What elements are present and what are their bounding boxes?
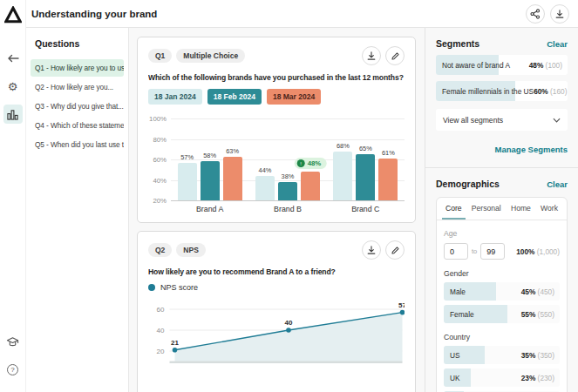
left-icon-rail: ⚙ ? [0, 0, 26, 392]
age-from-input[interactable] [444, 243, 468, 260]
card-tag-multiple-choice: Multiple Choice [176, 49, 245, 63]
row-value: 45% (450) [521, 287, 554, 296]
results-main: Q1Multiple Choice Which of the following… [129, 28, 425, 392]
settings-gear-icon[interactable]: ⚙ [3, 77, 23, 96]
bar-brand-b-18-jan-2024[interactable]: 44% [255, 176, 275, 200]
bar-value-label: 57% [180, 153, 194, 161]
panel-divider [425, 167, 578, 168]
y-tick-label: 20 [157, 348, 165, 355]
bar-chart-legend: 18 Jan 202418 Feb 202418 Mar 2024 [148, 89, 405, 105]
download-report-button[interactable] [550, 4, 569, 24]
tab-personal[interactable]: Personal [468, 198, 505, 220]
filters-panel: Segments Clear Not aware of brand A48% (… [425, 28, 578, 392]
question-item-q4[interactable]: Q4 - Which of these stateme... [31, 117, 124, 134]
nps-legend-label: NPS score [160, 283, 198, 292]
bar-brand-b-18-mar-2024[interactable]: ↑48% [301, 172, 320, 200]
back-icon[interactable] [3, 49, 23, 68]
row-label: UK [450, 374, 460, 382]
question-item-q3[interactable]: Q3 - Why did you give that... [31, 98, 124, 115]
demographics-clear-button[interactable]: Clear [547, 179, 568, 189]
bar-brand-c-18-mar-2024[interactable]: 61% [378, 159, 398, 200]
help-icon[interactable]: ? [3, 360, 23, 379]
top-header: Understanding your brand [26, 0, 578, 28]
y-tick-label: 60% [153, 156, 167, 164]
row-label: Female [450, 310, 474, 319]
bar-value-label: 44% [259, 166, 272, 174]
legend-pill-18-feb-2024[interactable]: 18 Feb 2024 [207, 89, 262, 105]
row-value: 48% (100) [529, 61, 562, 70]
question-card-q1: Q1Multiple Choice Which of the following… [137, 37, 416, 223]
app-root: ⚙ ? Understanding your brand [0, 0, 578, 392]
category-label-brand-a: Brand A [171, 205, 248, 213]
row-value: 55% (550) [521, 310, 554, 319]
legend-pill-18-jan-2024[interactable]: 18 Jan 2024 [148, 89, 202, 105]
y-tick-label: 100% [149, 115, 167, 123]
question-title: How likely are you to recommend Brand A … [148, 267, 405, 276]
x-axis-line [170, 362, 403, 364]
filter-row-female-millennials-in-the-us[interactable]: Female millennials in the US60% (160) [436, 81, 568, 101]
filter-row-female[interactable]: Female55% (550) [444, 305, 560, 323]
bar-value-label: 68% [337, 142, 350, 150]
view-all-segments-dropdown[interactable]: View all segments [436, 109, 568, 131]
bar-value-label: 65% [359, 145, 372, 152]
edit-chart-button[interactable] [385, 46, 405, 65]
point-value-label: 40 [285, 319, 293, 327]
download-chart-button[interactable] [362, 46, 381, 65]
edit-pencil-icon [391, 51, 400, 61]
question-item-q5[interactable]: Q5 - When did you last use t... [31, 136, 124, 153]
row-label: Female millennials in the US [442, 87, 534, 96]
questions-sidebar: Questions Q1 - How likely are you to use… [26, 28, 129, 392]
results-chart-icon[interactable] [3, 105, 23, 124]
age-label: Age [444, 229, 560, 238]
bar-group-brand-a: 57%58%63% [171, 157, 248, 201]
bar-chart-plot: 57%58%63%44%38%↑48%68%65%61% [171, 118, 405, 200]
segments-heading: Segments [436, 38, 479, 49]
bar-group-brand-b: 44%38%↑48% [248, 172, 326, 200]
nps-line-chart-svg: 604020214057 [148, 297, 405, 377]
attest-logo-icon [4, 6, 22, 24]
share-button[interactable] [526, 4, 545, 24]
data-point[interactable] [286, 328, 291, 333]
bar-brand-a-18-jan-2024[interactable]: 57% [178, 163, 197, 201]
bar-group-brand-c: 68%65%61% [327, 152, 405, 200]
bar-value-label: 61% [382, 149, 395, 157]
download-chart-button[interactable] [362, 240, 381, 260]
download-icon [554, 9, 565, 19]
bar-brand-a-18-mar-2024[interactable]: 63% [223, 157, 242, 201]
group-label-country: Country [444, 333, 560, 341]
learn-graduation-cap-icon[interactable] [3, 332, 23, 351]
questions-list: Q1 - How likely are you to useQ2 - How l… [26, 59, 128, 153]
demographics-groups: GenderMale45% (450)Female55% (550)Countr… [444, 269, 560, 392]
bar-brand-c-18-jan-2024[interactable]: 68% [333, 152, 352, 200]
question-item-q1[interactable]: Q1 - How likely are you to use [31, 59, 124, 77]
bar-value-label: 38% [282, 172, 295, 180]
bar-brand-a-18-feb-2024[interactable]: 58% [201, 161, 220, 200]
manage-segments-link[interactable]: Manage Segments [495, 145, 568, 154]
edit-chart-button[interactable] [385, 240, 405, 260]
filter-row-male[interactable]: Male45% (450) [444, 282, 560, 301]
filter-row-us[interactable]: US35% (350) [444, 346, 560, 364]
segments-clear-button[interactable]: Clear [547, 39, 568, 49]
question-item-q2[interactable]: Q2 - How likely are you... [31, 78, 124, 96]
bar-chart-y-axis: 100%80%60%40%20% [148, 118, 171, 200]
row-label: Male [450, 287, 466, 296]
age-to-input[interactable] [480, 243, 505, 260]
data-point[interactable] [173, 348, 178, 353]
nps-line-chart: 604020214057 [148, 297, 405, 381]
filter-row-not-aware-of-brand-a[interactable]: Not aware of brand A48% (100) [436, 55, 568, 75]
card-tag-q1: Q1 [148, 49, 172, 63]
nps-legend-dot-icon [148, 284, 155, 291]
tab-home[interactable]: Home [507, 198, 534, 220]
tab-core[interactable]: Core [442, 198, 466, 220]
tab-work[interactable]: Work [537, 198, 561, 220]
filter-row-uk[interactable]: UK23% (230) [444, 368, 560, 387]
download-icon [366, 51, 377, 61]
demographics-card: CorePersonalHomeWork Age to 100% (1,000)… [436, 197, 568, 392]
view-all-segments-label: View all segments [443, 116, 503, 125]
question-title: Which of the following brands have you p… [148, 73, 405, 82]
bar-brand-b-18-feb-2024[interactable]: 38% [278, 182, 297, 200]
bar-brand-c-18-feb-2024[interactable]: 65% [356, 154, 375, 200]
question-card-q2: Q2NPS How likely are you to recommend Br… [137, 231, 416, 392]
download-icon [366, 245, 377, 255]
legend-pill-18-mar-2024[interactable]: 18 Mar 2024 [267, 89, 321, 105]
